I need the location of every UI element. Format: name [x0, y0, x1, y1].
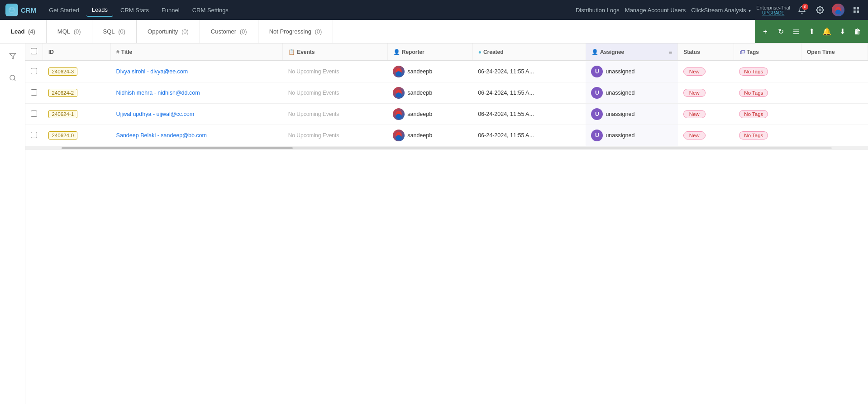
nav-clickstream-analysis[interactable]: ClickStream Analysis ▾	[691, 7, 751, 14]
add-lead-button[interactable]: +	[758, 25, 772, 38]
created-column-header: ● Created	[472, 43, 586, 61]
filter-button[interactable]	[5, 49, 20, 63]
customize-button[interactable]	[789, 25, 803, 38]
select-all-header	[25, 43, 43, 61]
row-title[interactable]: Divya sirohi - divya@ee.com	[111, 61, 283, 82]
nav-crm-settings[interactable]: CRM Settings	[187, 4, 234, 16]
row-tags: No Tags	[734, 61, 801, 82]
row-checkbox-cell	[25, 125, 43, 146]
row-status: New	[678, 104, 734, 125]
app-logo[interactable]: CRM	[5, 4, 36, 16]
row-checkbox-3[interactable]	[31, 132, 37, 138]
reporter-avatar	[393, 130, 405, 141]
row-status: New	[678, 125, 734, 146]
stage-lead[interactable]: Lead (4)	[0, 20, 47, 43]
reporter-column-header: 👤 Reporter	[387, 43, 472, 61]
stage-customer[interactable]: Customer (0)	[200, 20, 258, 43]
table-row: 240624-1 Ujjwal updhya - ujjwal@cc.com N…	[25, 104, 868, 125]
row-events: No Upcoming Events	[283, 82, 388, 104]
nav-crm-stats[interactable]: CRM Stats	[115, 4, 154, 16]
reporter-avatar	[393, 108, 405, 120]
nav-manage-account-users[interactable]: Manage Account Users	[625, 7, 686, 14]
row-reporter: sandeepb	[387, 82, 472, 104]
nav-right-section: Distribution Logs Manage Account Users C…	[576, 4, 863, 16]
row-reporter: sandeepb	[387, 125, 472, 146]
svg-line-10	[14, 79, 15, 81]
row-checkbox-2[interactable]	[31, 111, 37, 117]
svg-rect-1	[854, 7, 856, 10]
stage-not-progressing[interactable]: Not Progressing (0)	[258, 20, 334, 43]
row-created: 06-24-2024, 11:55 A...	[472, 61, 586, 82]
row-tags: No Tags	[734, 82, 801, 104]
assignee-column-menu-icon[interactable]: ≡	[668, 48, 672, 56]
row-assignee: U unassigned	[586, 61, 677, 82]
row-status: New	[678, 61, 734, 82]
nav-get-started[interactable]: Get Started	[43, 4, 84, 16]
assignee-column-header: 👤 Assignee ≡	[586, 43, 677, 61]
logo-icon	[5, 4, 18, 16]
row-assignee: U unassigned	[586, 125, 677, 146]
row-title[interactable]: Ujjwal updhya - ujjwal@cc.com	[111, 104, 283, 125]
search-button[interactable]	[5, 71, 20, 85]
title-column-header: # Title	[111, 43, 283, 61]
events-column-header: 📋 Events	[283, 43, 388, 61]
leads-table-container: ID # Title 📋 Events	[25, 43, 868, 404]
row-id: 240624-1	[43, 104, 111, 125]
nav-funnel[interactable]: Funnel	[156, 4, 185, 16]
notification-badge: 0	[802, 4, 808, 10]
row-created: 06-24-2024, 11:55 A...	[472, 82, 586, 104]
assignee-avatar: U	[591, 130, 603, 141]
row-checkbox-cell	[25, 82, 43, 104]
row-id: 240624-0	[43, 125, 111, 146]
row-open-time	[801, 125, 868, 146]
row-open-time	[801, 82, 868, 104]
row-assignee: U unassigned	[586, 104, 677, 125]
row-title[interactable]: Sandeep Belaki - sandeep@bb.com	[111, 125, 283, 146]
stage-sql[interactable]: SQL (0)	[92, 20, 137, 43]
refresh-button[interactable]: ↻	[774, 25, 787, 38]
delete-button[interactable]: 🗑	[851, 25, 864, 38]
row-tags: No Tags	[734, 104, 801, 125]
row-events: No Upcoming Events	[283, 125, 388, 146]
notifications-button[interactable]: 0	[796, 4, 808, 16]
table-row: 240624-0 Sandeep Belaki - sandeep@bb.com…	[25, 125, 868, 146]
top-navigation: CRM Get Started Leads CRM Stats Funnel C…	[0, 0, 868, 20]
svg-point-9	[10, 75, 15, 80]
stage-opportunity[interactable]: Opportunity (0)	[137, 20, 200, 43]
nav-distribution-logs[interactable]: Distribution Logs	[576, 7, 620, 14]
nav-leads[interactable]: Leads	[86, 4, 113, 17]
status-column-header: Status	[678, 43, 734, 61]
reporter-avatar	[393, 66, 405, 77]
reporter-avatar	[393, 87, 405, 99]
row-reporter: sandeepb	[387, 61, 472, 82]
row-created: 06-24-2024, 11:55 A...	[472, 104, 586, 125]
assignee-avatar: U	[591, 108, 603, 120]
horizontal-scrollbar[interactable]	[25, 146, 868, 150]
table-row: 240624-3 Divya sirohi - divya@ee.com No …	[25, 61, 868, 82]
row-checkbox-cell	[25, 104, 43, 125]
select-all-checkbox[interactable]	[31, 48, 37, 54]
row-checkbox-1[interactable]	[31, 89, 37, 96]
main-layout: ID # Title 📋 Events	[0, 43, 868, 404]
user-avatar[interactable]	[832, 4, 844, 16]
row-open-time	[801, 61, 868, 82]
row-title[interactable]: Nidhish mehra - nidhish@dd.com	[111, 82, 283, 104]
app-name: CRM	[21, 6, 36, 14]
alert-button[interactable]: 🔔	[820, 25, 834, 38]
stage-mql[interactable]: MQL (0)	[47, 20, 92, 43]
download-button[interactable]: ⬇	[835, 25, 849, 38]
svg-point-0	[819, 9, 821, 11]
upload-button[interactable]: ⬆	[805, 25, 818, 38]
leads-table: ID # Title 📋 Events	[25, 43, 868, 146]
row-events: No Upcoming Events	[283, 61, 388, 82]
settings-button[interactable]	[814, 4, 826, 16]
stage-bar: Lead (4) MQL (0) SQL (0) Opportunity (0)…	[0, 20, 868, 43]
row-checkbox-cell	[25, 61, 43, 82]
clickstream-arrow-icon: ▾	[749, 8, 751, 13]
open-time-column-header: Open Time	[801, 43, 868, 61]
id-column-header: ID	[43, 43, 111, 61]
row-created: 06-24-2024, 11:55 A...	[472, 125, 586, 146]
row-checkbox-0[interactable]	[31, 68, 37, 74]
row-reporter: sandeepb	[387, 104, 472, 125]
grid-icon[interactable]	[850, 4, 863, 16]
